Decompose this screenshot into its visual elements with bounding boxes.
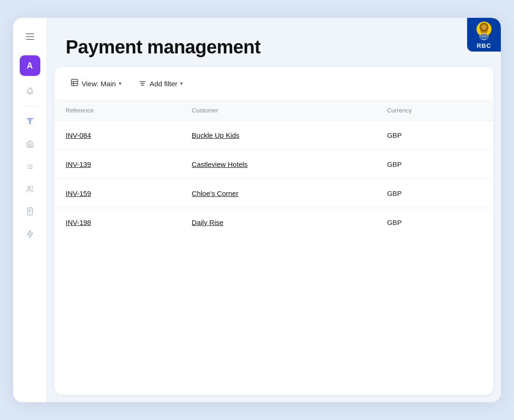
cell-reference: INV-159 bbox=[54, 179, 181, 208]
cell-reference: INV-084 bbox=[54, 121, 181, 150]
rbc-text: RBC bbox=[476, 42, 491, 49]
invoice-icon: £ bbox=[26, 207, 34, 216]
app-container: RBC A bbox=[13, 18, 501, 402]
avatar[interactable]: A bbox=[20, 55, 40, 76]
table-row: INV-139 Castleview Hotels GBP bbox=[54, 150, 493, 179]
customer-link[interactable]: Buckle Up Kids bbox=[192, 131, 240, 139]
cell-customer: Chloe's Corner bbox=[181, 179, 376, 208]
table-row: INV-198 Daily Rise GBP bbox=[54, 208, 493, 237]
page-title: Payment management bbox=[66, 37, 482, 58]
col-reference: Reference bbox=[54, 100, 181, 121]
customer-link[interactable]: Chloe's Corner bbox=[192, 189, 239, 197]
nav-users-button[interactable] bbox=[21, 180, 39, 198]
reference-link[interactable]: INV-198 bbox=[66, 218, 91, 226]
cell-currency: GBP bbox=[376, 179, 493, 208]
tasks-icon bbox=[26, 162, 34, 171]
filter-label: Add filter bbox=[150, 80, 177, 88]
currency-value: GBP bbox=[387, 160, 402, 168]
home-icon bbox=[26, 140, 34, 148]
payments-table: Reference Customer Currency INV-084 Buck… bbox=[54, 100, 493, 237]
view-selector-button[interactable]: View: Main ▾ bbox=[66, 75, 126, 91]
svg-point-13 bbox=[27, 166, 28, 167]
table-row: INV-159 Chloe's Corner GBP bbox=[54, 179, 493, 208]
currency-value: GBP bbox=[387, 189, 402, 197]
svg-point-2 bbox=[481, 24, 487, 30]
svg-marker-20 bbox=[27, 231, 33, 238]
table-header: Reference Customer Currency bbox=[54, 100, 493, 121]
sidebar: A bbox=[13, 18, 47, 402]
lightning-icon bbox=[26, 230, 34, 238]
sidebar-divider-1 bbox=[23, 106, 38, 106]
page-header: Payment management bbox=[47, 18, 501, 67]
reference-link[interactable]: INV-159 bbox=[66, 189, 91, 197]
view-label: View: Main bbox=[82, 80, 116, 88]
nav-payments-button[interactable] bbox=[21, 112, 39, 131]
reference-link[interactable]: INV-084 bbox=[66, 131, 91, 139]
currency-value: GBP bbox=[387, 218, 402, 226]
filter-icon bbox=[138, 79, 147, 88]
cell-customer: Castleview Hotels bbox=[181, 150, 376, 179]
cell-customer: Buckle Up Kids bbox=[181, 121, 376, 150]
cell-currency: GBP bbox=[376, 121, 493, 150]
svg-point-5 bbox=[484, 26, 485, 27]
cell-currency: GBP bbox=[376, 150, 493, 179]
notification-button[interactable] bbox=[21, 82, 39, 100]
filter-chevron-icon: ▾ bbox=[180, 80, 183, 87]
svg-point-17 bbox=[28, 187, 30, 189]
svg-point-4 bbox=[483, 26, 484, 27]
nav-home-button[interactable] bbox=[21, 135, 39, 153]
view-table-icon bbox=[70, 78, 79, 89]
table-row: INV-084 Buckle Up Kids GBP bbox=[54, 121, 493, 150]
cell-reference: INV-139 bbox=[54, 150, 181, 179]
toolbar: View: Main ▾ Add filter ▾ bbox=[54, 67, 493, 100]
content-panel: View: Main ▾ Add filter ▾ R bbox=[54, 67, 493, 395]
users-icon bbox=[26, 185, 34, 193]
currency-value: GBP bbox=[387, 131, 402, 139]
cell-customer: Daily Rise bbox=[181, 208, 376, 237]
cell-currency: GBP bbox=[376, 208, 493, 237]
menu-button[interactable] bbox=[21, 27, 39, 46]
col-currency: Currency bbox=[376, 100, 493, 121]
nav-tasks-button[interactable] bbox=[21, 157, 39, 176]
header-row: Reference Customer Currency bbox=[54, 100, 493, 121]
svg-rect-21 bbox=[71, 79, 78, 86]
hamburger-icon bbox=[26, 33, 34, 40]
main-content: Payment management View: Main ▾ bbox=[47, 18, 501, 402]
col-customer: Customer bbox=[181, 100, 376, 121]
table-body: INV-084 Buckle Up Kids GBP INV-139 Castl… bbox=[54, 121, 493, 237]
filter-button[interactable]: Add filter ▾ bbox=[134, 76, 188, 90]
cell-reference: INV-198 bbox=[54, 208, 181, 237]
rbc-lion-icon bbox=[474, 21, 494, 41]
customer-link[interactable]: Daily Rise bbox=[192, 218, 224, 226]
bell-icon bbox=[26, 87, 34, 95]
svg-point-11 bbox=[27, 165, 28, 165]
nav-lightning-button[interactable] bbox=[21, 225, 39, 243]
svg-point-15 bbox=[27, 168, 28, 169]
customer-link[interactable]: Castleview Hotels bbox=[192, 160, 248, 168]
nav-invoices-button[interactable]: £ bbox=[21, 202, 39, 221]
rbc-logo: RBC bbox=[467, 18, 501, 52]
reference-link[interactable]: INV-139 bbox=[66, 160, 91, 168]
filter-y-icon bbox=[26, 117, 34, 126]
view-chevron-icon: ▾ bbox=[119, 80, 121, 87]
